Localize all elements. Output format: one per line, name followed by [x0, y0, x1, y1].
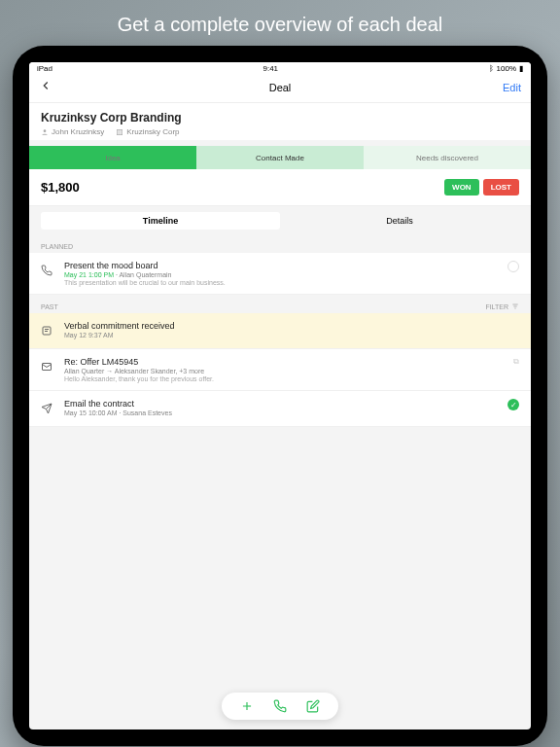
- timeline-item-note[interactable]: Verbal commitment received May 12 9:37 A…: [29, 313, 531, 349]
- battery-icon: ▮: [519, 64, 523, 73]
- stage-needs-discovered[interactable]: Needs discovered: [364, 146, 531, 169]
- item-note: This presentation will be crucial to our…: [64, 279, 498, 286]
- battery-pct: 100%: [497, 64, 516, 73]
- stage-contact-made[interactable]: Contact Made: [196, 146, 364, 169]
- add-button[interactable]: [239, 698, 255, 714]
- deal-org-label: Kruzinsky Corp: [126, 127, 179, 136]
- deal-header: Kruzinksy Corp Branding John Kruzinksy K…: [29, 103, 531, 140]
- nav-bar: Deal Edit: [29, 75, 531, 103]
- floating-action-bar: [222, 693, 338, 720]
- lost-button[interactable]: LOST: [483, 179, 519, 196]
- svg-point-0: [44, 129, 47, 132]
- stage-idea[interactable]: Idea: [29, 146, 196, 169]
- call-button[interactable]: [272, 698, 288, 714]
- stage-idea-label: Idea: [105, 154, 121, 162]
- item-note: Hello Aleksander, thank you for the prev…: [64, 375, 504, 382]
- carrier-label: iPad: [37, 64, 52, 73]
- device-frame: iPad 9:41 ᛒ 100% ▮ Deal Edit Kruzinksy C…: [13, 46, 547, 746]
- won-button[interactable]: WON: [444, 179, 479, 196]
- deal-person[interactable]: John Kruzinksy: [41, 127, 104, 136]
- tab-timeline[interactable]: Timeline: [41, 212, 280, 230]
- timeline-content: PLANNED Present the mood board May 21 1:…: [29, 235, 531, 729]
- item-person: Allan Quatermain: [119, 271, 171, 278]
- svg-rect-1: [118, 129, 122, 134]
- stage-needs-label: Needs discovered: [416, 154, 478, 162]
- item-sub: Allan Quarter → Aleksander Skander, +3 m…: [64, 368, 504, 374]
- back-button[interactable]: [39, 79, 78, 96]
- app-screen: iPad 9:41 ᛒ 100% ▮ Deal Edit Kruzinksy C…: [29, 62, 531, 729]
- timeline-item-email[interactable]: Re: Offer LM45945 Allan Quarter → Aleksa…: [29, 349, 531, 391]
- page-title: Deal: [78, 82, 482, 93]
- section-planned-label: PLANNED: [41, 243, 73, 250]
- complete-toggle[interactable]: [508, 261, 519, 272]
- item-title: Re: Offer LM45945: [64, 357, 504, 367]
- section-planned: PLANNED: [29, 235, 531, 253]
- promo-heading: Get a complete overview of each deal: [0, 0, 560, 46]
- edit-button[interactable]: Edit: [482, 82, 521, 93]
- status-bar: iPad 9:41 ᛒ 100% ▮: [29, 62, 531, 75]
- filter-label: Filter: [485, 303, 508, 310]
- send-icon: [41, 401, 54, 418]
- detail-tabs: Timeline Details: [29, 206, 531, 235]
- bluetooth-icon: ᛒ: [489, 64, 494, 73]
- deal-amount: $1,800: [41, 180, 80, 195]
- item-title: Email the contract: [64, 399, 498, 409]
- stage-contact-label: Contact Made: [256, 154, 304, 162]
- timeline-item-planned[interactable]: Present the mood board May 21 1:00 PM · …: [29, 253, 531, 295]
- item-sub: May 15 10:00 AM · Susana Esteves: [64, 409, 498, 416]
- stage-pipeline: Idea Contact Made Needs discovered: [29, 146, 531, 169]
- section-past-label: PAST: [41, 303, 58, 310]
- section-past: PAST Filter: [29, 295, 531, 313]
- item-sub: May 12 9:37 AM: [64, 332, 519, 338]
- deal-org[interactable]: Kruzinsky Corp: [116, 127, 179, 136]
- filter-button[interactable]: Filter: [485, 302, 519, 310]
- tab-details[interactable]: Details: [280, 212, 519, 230]
- deal-person-label: John Kruzinksy: [52, 127, 104, 136]
- link-icon: ⧉: [513, 357, 519, 367]
- compose-button[interactable]: [305, 698, 321, 714]
- item-date: May 21 1:00 PM: [64, 271, 114, 278]
- item-title: Verbal commitment received: [64, 321, 519, 331]
- item-title: Present the mood board: [64, 261, 498, 270]
- status-time: 9:41: [262, 64, 278, 73]
- timeline-item-send[interactable]: Email the contract May 15 10:00 AM · Sus…: [29, 391, 531, 427]
- deal-title: Kruzinksy Corp Branding: [41, 111, 519, 124]
- mail-icon: [41, 359, 54, 376]
- note-icon: [41, 323, 54, 340]
- amount-row: $1,800 WON LOST: [29, 169, 531, 206]
- phone-icon: [41, 263, 54, 280]
- done-check-icon: ✓: [508, 399, 519, 410]
